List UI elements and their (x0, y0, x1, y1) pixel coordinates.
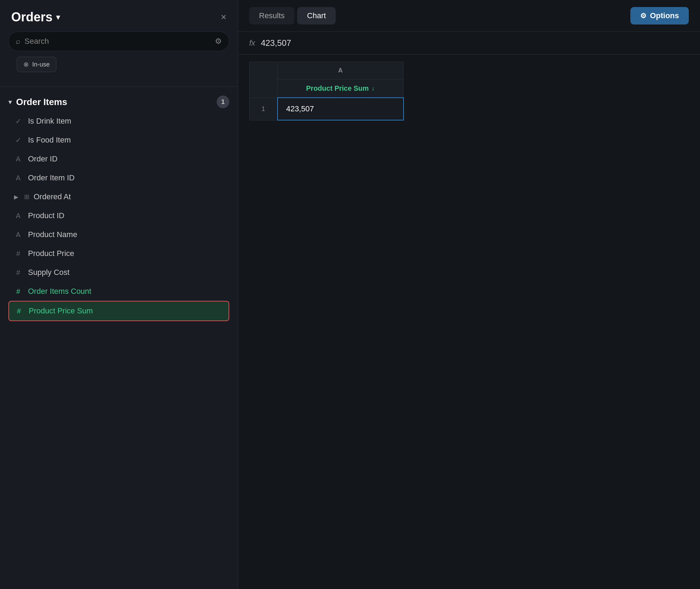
col-name-text: Product Price Sum (306, 84, 369, 92)
expand-arrow-icon: ▶ (14, 194, 18, 200)
calendar-icon: ⊞ (22, 193, 31, 201)
field-label: Order Items Count (28, 287, 91, 296)
section-collapse-icon: ▾ (8, 98, 12, 106)
check-icon: ✓ (14, 117, 22, 125)
alpha-icon: A (14, 155, 22, 163)
field-item-order-item-id[interactable]: A Order Item ID (8, 168, 229, 187)
options-label: Options (650, 11, 679, 20)
data-cell-value[interactable]: 423,507 (278, 98, 404, 120)
tab-chart[interactable]: Chart (297, 7, 336, 25)
results-table: A Product Price Sum ↓ 1 423,507 (249, 62, 404, 120)
field-label: Order Item ID (28, 173, 75, 182)
sliders-icon: ⚙ (640, 12, 646, 20)
check-icon: ✓ (14, 136, 22, 144)
section-title-area: ▾ Order Items (8, 97, 67, 108)
title-area: Orders ▾ (11, 10, 60, 25)
left-header: Orders ▾ × (0, 0, 238, 32)
options-button[interactable]: ⚙ Options (630, 7, 689, 25)
field-label: Is Food Item (28, 136, 71, 145)
sort-desc-icon[interactable]: ↓ (371, 85, 374, 92)
field-label: Product Name (28, 230, 77, 239)
field-label: Product ID (28, 211, 64, 220)
field-item-is-drink-item[interactable]: ✓ Is Drink Item (8, 112, 229, 131)
field-label: Order ID (28, 154, 57, 164)
section-badge: 1 (217, 96, 229, 108)
field-item-product-price-sum[interactable]: # Product Price Sum (8, 301, 229, 321)
field-item-is-food-item[interactable]: ✓ Is Food Item (8, 131, 229, 150)
close-icon[interactable]: × (221, 12, 226, 23)
search-icon: ⌕ (16, 37, 20, 46)
field-label: Product Price Sum (29, 306, 93, 316)
link-icon: ⊗ (23, 61, 29, 68)
divider (0, 86, 238, 86)
search-bar: ⌕ ⚙ (8, 32, 229, 51)
right-header: Results Chart ⚙ Options (238, 0, 700, 32)
field-item-product-id[interactable]: A Product ID (8, 206, 229, 225)
hash-icon: # (14, 250, 22, 258)
left-panel: Orders ▾ × ⌕ ⚙ ⊗ In-use ▾ Order Items 1 … (0, 0, 238, 589)
order-items-section-header[interactable]: ▾ Order Items 1 (0, 92, 238, 112)
hash-icon: # (15, 307, 23, 315)
field-label: Supply Cost (28, 268, 70, 277)
field-item-product-price[interactable]: # Product Price (8, 244, 229, 263)
section-title: Order Items (16, 97, 67, 108)
tab-results[interactable]: Results (249, 7, 294, 25)
formula-bar: fx 423,507 (238, 32, 700, 55)
field-item-ordered-at[interactable]: ▶ ⊞ Ordered At (8, 187, 229, 206)
alpha-icon: A (14, 212, 22, 220)
formula-value: 423,507 (261, 38, 291, 48)
col-header-a[interactable]: A Product Price Sum ↓ (278, 62, 404, 98)
table-row: 1 423,507 (250, 98, 404, 120)
search-input[interactable] (24, 37, 211, 46)
field-item-supply-cost[interactable]: # Supply Cost (8, 263, 229, 282)
title-dropdown-icon[interactable]: ▾ (56, 12, 60, 22)
field-label: Ordered At (34, 192, 71, 201)
row-number: 1 (250, 98, 278, 120)
right-panel: Results Chart ⚙ Options fx 423,507 A Pro… (238, 0, 700, 589)
row-num-header (250, 62, 278, 98)
field-list: ✓ Is Drink Item ✓ Is Food Item A Order I… (0, 112, 238, 321)
hash-icon: # (14, 269, 22, 277)
field-label: Product Price (28, 249, 74, 258)
in-use-label: In-use (32, 61, 50, 68)
field-item-order-items-count[interactable]: # Order Items Count (8, 282, 229, 301)
filter-icon[interactable]: ⚙ (215, 37, 222, 46)
in-use-button[interactable]: ⊗ In-use (17, 57, 56, 72)
alpha-icon: A (14, 174, 22, 182)
alpha-icon: A (14, 231, 22, 239)
col-letter: A (278, 62, 403, 79)
field-item-order-id[interactable]: A Order ID (8, 150, 229, 168)
field-label: Is Drink Item (28, 117, 71, 126)
fx-label: fx (249, 39, 255, 48)
table-area: A Product Price Sum ↓ 1 423,507 (238, 55, 700, 589)
field-item-product-name[interactable]: A Product Name (8, 225, 229, 244)
panel-title: Orders (11, 10, 52, 25)
hash-icon: # (14, 287, 22, 296)
col-name: Product Price Sum ↓ (278, 79, 403, 97)
